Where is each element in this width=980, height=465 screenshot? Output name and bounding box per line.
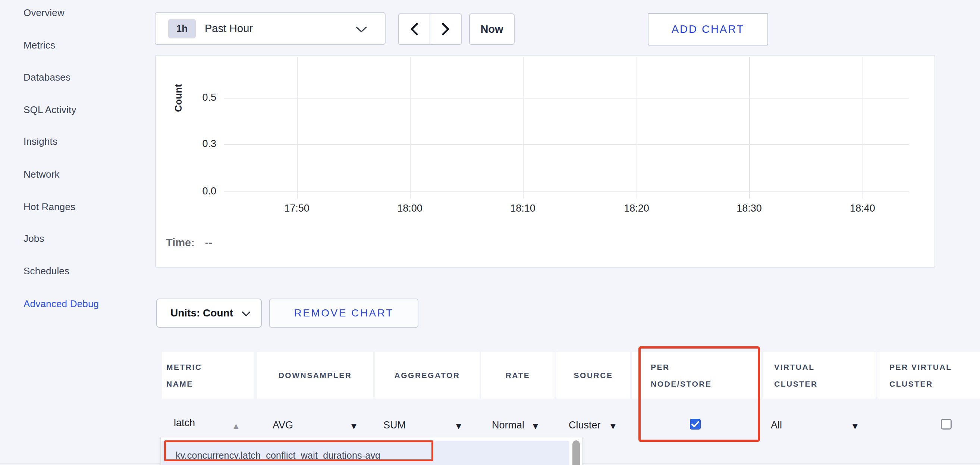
column-header-downsampler: DOWNSAMPLER xyxy=(257,352,373,399)
sidebar-item-sql-activity[interactable]: SQL Activity xyxy=(24,104,76,116)
chevron-left-icon xyxy=(410,23,419,35)
virtual-cluster-select-value[interactable]: All xyxy=(771,419,782,431)
x-tick-label: 18:10 xyxy=(497,203,549,214)
gridline xyxy=(224,192,909,192)
gridline xyxy=(636,57,637,198)
sidebar-item-hot-ranges[interactable]: Hot Ranges xyxy=(24,201,75,213)
column-header-per-virtual-cluster: PER VIRTUALCLUSTER xyxy=(877,352,980,399)
gridline xyxy=(297,57,298,198)
hover-time-readout: Time:-- xyxy=(166,236,212,249)
gridline xyxy=(862,57,863,198)
time-value: -- xyxy=(205,236,212,249)
time-label: Time: xyxy=(166,236,195,249)
column-header-source: SOURCE xyxy=(556,352,630,399)
per-virtual-cluster-checkbox[interactable] xyxy=(941,419,952,430)
aggregator-select-value[interactable]: SUM xyxy=(383,419,406,431)
header-line: SOURCE xyxy=(574,371,613,380)
header-line: CLUSTER xyxy=(889,376,952,392)
dropdown-arrow-icon[interactable]: ▼ xyxy=(349,421,358,431)
column-header-metric-name: METRICNAME xyxy=(162,352,254,399)
chevron-down-icon xyxy=(241,311,251,317)
chevron-down-icon xyxy=(355,26,368,33)
header-line: NAME xyxy=(166,376,202,392)
time-range-picker[interactable]: 1h Past Hour xyxy=(155,12,386,45)
sidebar-item-databases[interactable]: Databases xyxy=(24,72,70,83)
column-header-rate: RATE xyxy=(481,352,555,399)
x-tick-label: 18:20 xyxy=(611,203,663,214)
y-tick-label: 0.3 xyxy=(179,138,216,150)
units-dropdown[interactable]: Units: Count xyxy=(156,299,262,328)
downsampler-select-value[interactable]: AVG xyxy=(273,419,293,431)
time-step-buttons xyxy=(398,13,462,45)
dropdown-arrow-icon[interactable]: ▼ xyxy=(609,421,617,431)
sidebar-item-overview[interactable]: Overview xyxy=(24,7,65,19)
column-header-virtual-cluster: VIRTUALCLUSTER xyxy=(763,352,876,399)
y-tick-label: 0.5 xyxy=(179,92,216,103)
remove-chart-button[interactable]: REMOVE CHART xyxy=(269,299,418,328)
sidebar-item-metrics[interactable]: Metrics xyxy=(24,40,55,51)
per-node-store-checkbox[interactable] xyxy=(690,419,701,430)
chart-card[interactable] xyxy=(155,55,935,268)
header-line: RATE xyxy=(506,371,530,380)
sidebar-item-advanced-debug[interactable]: Advanced Debug xyxy=(24,298,99,310)
time-range-label: Past Hour xyxy=(205,22,253,35)
chevron-right-icon xyxy=(441,23,450,35)
scrollbar-track[interactable] xyxy=(570,438,582,465)
dropdown-arrow-icon[interactable]: ▼ xyxy=(851,421,859,431)
column-header-aggregator: AGGREGATOR xyxy=(375,352,480,399)
sidebar-item-network[interactable]: Network xyxy=(24,169,60,180)
source-select-value[interactable]: Cluster xyxy=(569,419,601,431)
time-range-badge: 1h xyxy=(168,19,196,38)
metric-suggestion-text: kv.concurrency.latch_conflict_wait_durat… xyxy=(176,450,380,461)
metric-suggestions-panel: kv.concurrency.latch_conflict_wait_durat… xyxy=(160,437,582,465)
header-line: PER VIRTUAL xyxy=(889,359,952,376)
x-tick-label: 17:50 xyxy=(271,203,323,214)
rate-select-value[interactable]: Normal xyxy=(492,419,524,431)
x-tick-label: 18:40 xyxy=(837,203,889,214)
x-tick-label: 18:30 xyxy=(723,203,775,214)
now-button[interactable]: Now xyxy=(469,13,515,45)
next-time-button[interactable] xyxy=(430,13,462,45)
dropdown-arrow-icon[interactable]: ▼ xyxy=(531,421,540,431)
sidebar-item-schedules[interactable]: Schedules xyxy=(24,265,69,277)
sidebar-item-jobs[interactable]: Jobs xyxy=(24,233,45,244)
metric-suggestion-item[interactable]: kv.concurrency.latch_conflict_wait_durat… xyxy=(161,441,570,465)
header-line: METRIC xyxy=(166,359,202,376)
scrollbar-thumb[interactable] xyxy=(573,440,580,465)
units-dropdown-label: Units: Count xyxy=(170,307,233,319)
gridline xyxy=(523,57,523,198)
dropdown-arrow-icon[interactable]: ▼ xyxy=(454,421,463,431)
gridline xyxy=(224,144,909,145)
header-line: NODE/STORE xyxy=(651,376,711,392)
header-line: PER xyxy=(651,359,711,376)
sidebar-item-insights[interactable]: Insights xyxy=(24,136,57,147)
gridline xyxy=(749,57,750,198)
checkbox-check-icon xyxy=(691,421,699,427)
custom-chart-page: Overview Metrics Databases SQL Activity … xyxy=(0,0,980,465)
add-chart-button[interactable]: ADD CHART xyxy=(648,13,768,46)
previous-time-button[interactable] xyxy=(398,13,430,45)
y-tick-label: 0.0 xyxy=(179,185,216,197)
header-line: VIRTUAL xyxy=(774,359,818,376)
header-line: AGGREGATOR xyxy=(395,371,460,380)
metric-name-input[interactable] xyxy=(174,417,230,429)
x-tick-label: 18:00 xyxy=(384,203,436,214)
gridline xyxy=(224,98,909,99)
gridline xyxy=(410,57,410,198)
header-line: CLUSTER xyxy=(774,376,818,392)
column-header-per-node-store: PERNODE/STORE xyxy=(632,352,761,399)
header-line: DOWNSAMPLER xyxy=(278,371,352,380)
sort-up-icon[interactable]: ▲ xyxy=(232,421,240,431)
